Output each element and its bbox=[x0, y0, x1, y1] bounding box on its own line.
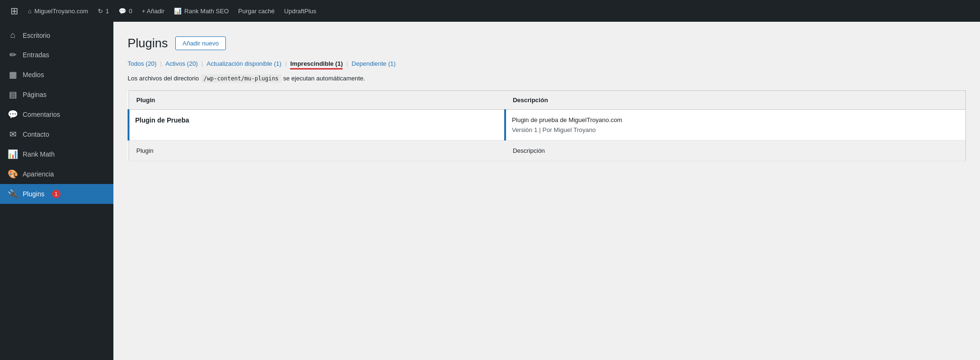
sidebar-item-plugins[interactable]: 🔌 Plugins 1 bbox=[0, 184, 113, 204]
filter-dependiente[interactable]: Dependiente (1) bbox=[352, 60, 395, 67]
mu-path: /wp-content/mu-plugins bbox=[201, 74, 282, 83]
purgar-label: Purgar caché bbox=[238, 8, 275, 15]
rankmath-menu-icon: 📊 bbox=[8, 149, 18, 159]
sidebar-item-rankmath[interactable]: 📊 Rank Math bbox=[0, 144, 113, 164]
wp-icon: ⊞ bbox=[10, 5, 18, 17]
comments-link[interactable]: 💬 0 bbox=[114, 0, 137, 22]
plugin-name: Plugin de Prueba bbox=[135, 116, 189, 124]
site-name-label: MiguelTroyano.com bbox=[34, 8, 88, 15]
filter-actualizacion[interactable]: Actualización disponible (1) bbox=[206, 60, 281, 67]
page-title: Plugins bbox=[128, 36, 168, 51]
filter-imprescindible[interactable]: Imprescindible (1) bbox=[290, 60, 343, 70]
updates-count: 1 bbox=[106, 8, 109, 15]
sidebar-label-rankmath: Rank Math bbox=[23, 150, 55, 158]
plugins-icon: 🔌 bbox=[8, 189, 18, 199]
sidebar-label-comentarios: Comentarios bbox=[23, 111, 60, 118]
plugins-badge: 1 bbox=[52, 190, 60, 198]
sidebar-label-medios: Medios bbox=[23, 71, 44, 79]
plugin-desc-cell: Plugin de prueba de MiguelTroyano.com Ve… bbox=[505, 110, 965, 140]
sidebar-item-paginas[interactable]: ▤ Páginas bbox=[0, 85, 113, 105]
filter-links: Todos (20) | Activos (20) | Actualizació… bbox=[128, 60, 966, 67]
footer-plugin-cell: Plugin bbox=[129, 140, 505, 161]
sidebar-item-contacto[interactable]: ✉ Contacto bbox=[0, 124, 113, 144]
mu-info-text: Los archivos del directorio bbox=[128, 75, 199, 82]
admin-menu: ⌂ Escritorio ✏ Entradas ▦ Medios ▤ Págin… bbox=[0, 22, 113, 360]
sidebar-label-plugins: Plugins bbox=[23, 190, 44, 198]
sidebar-item-entradas[interactable]: ✏ Entradas bbox=[0, 45, 113, 65]
sidebar-label-entradas: Entradas bbox=[23, 51, 49, 59]
add-new-button[interactable]: Añadir nuevo bbox=[175, 36, 226, 50]
comentarios-icon: 💬 bbox=[8, 109, 18, 120]
comments-icon: 💬 bbox=[119, 8, 126, 15]
rankmath-label: Rank Math SEO bbox=[184, 8, 229, 15]
sidebar-label-contacto: Contacto bbox=[23, 131, 49, 138]
sidebar-label-escritorio: Escritorio bbox=[23, 32, 50, 39]
purgar-link[interactable]: Purgar caché bbox=[233, 0, 279, 22]
sidebar-label-paginas: Páginas bbox=[23, 91, 47, 98]
plugin-description: Plugin de prueba de MiguelTroyano.com bbox=[512, 116, 958, 123]
table-footer-row: Plugin Descripción bbox=[129, 140, 966, 161]
updraft-label: UpdraftPlus bbox=[284, 8, 316, 15]
medios-icon: ▦ bbox=[8, 70, 18, 80]
contacto-icon: ✉ bbox=[8, 129, 18, 140]
wp-logo[interactable]: ⊞ bbox=[6, 0, 23, 22]
sidebar-item-medios[interactable]: ▦ Medios bbox=[0, 65, 113, 85]
comments-count: 0 bbox=[129, 8, 132, 15]
updraft-link[interactable]: UpdraftPlus bbox=[279, 0, 321, 22]
sidebar-item-comentarios[interactable]: 💬 Comentarios bbox=[0, 105, 113, 124]
rankmath-link[interactable]: 📊 Rank Math SEO bbox=[169, 0, 233, 22]
updates-link[interactable]: ↻ 1 bbox=[93, 0, 114, 22]
table-row: Plugin de Prueba Plugin de prueba de Mig… bbox=[129, 110, 966, 140]
main-content: Plugins Añadir nuevo Todos (20) | Activo… bbox=[113, 22, 980, 360]
col-description-header: Descripción bbox=[505, 91, 965, 110]
sidebar-item-apariencia[interactable]: 🎨 Apariencia bbox=[0, 164, 113, 184]
site-icon: ⌂ bbox=[28, 8, 32, 15]
apariencia-icon: 🎨 bbox=[8, 169, 18, 179]
page-header: Plugins Añadir nuevo bbox=[128, 36, 966, 51]
filter-todos[interactable]: Todos (20) bbox=[128, 60, 156, 67]
add-label: + Añadir bbox=[142, 8, 164, 15]
plugin-meta: Versión 1 | Por Miguel Troyano bbox=[512, 126, 958, 133]
add-new-link[interactable]: + Añadir bbox=[137, 0, 169, 22]
mu-info-text2: se ejecutan automáticamente. bbox=[283, 75, 365, 82]
entradas-icon: ✏ bbox=[8, 50, 18, 60]
sidebar-label-apariencia: Apariencia bbox=[23, 170, 54, 178]
site-name-link[interactable]: ⌂ MiguelTroyano.com bbox=[23, 0, 93, 22]
escritorio-icon: ⌂ bbox=[8, 30, 18, 40]
filter-activos[interactable]: Activos (20) bbox=[165, 60, 198, 67]
mu-info: Los archivos del directorio /wp-content/… bbox=[128, 75, 966, 82]
updates-icon: ↻ bbox=[98, 8, 103, 15]
paginas-icon: ▤ bbox=[8, 89, 18, 100]
sidebar-item-escritorio[interactable]: ⌂ Escritorio bbox=[0, 26, 113, 45]
plugins-table: Plugin Descripción Plugin de Prueba Plug… bbox=[128, 90, 966, 161]
rankmath-icon: 📊 bbox=[174, 8, 181, 15]
admin-bar: ⊞ ⌂ MiguelTroyano.com ↻ 1 💬 0 + Añadir 📊… bbox=[0, 0, 980, 22]
footer-description-cell: Descripción bbox=[505, 140, 965, 161]
col-plugin-header: Plugin bbox=[129, 91, 505, 110]
plugin-name-cell: Plugin de Prueba bbox=[129, 110, 505, 140]
